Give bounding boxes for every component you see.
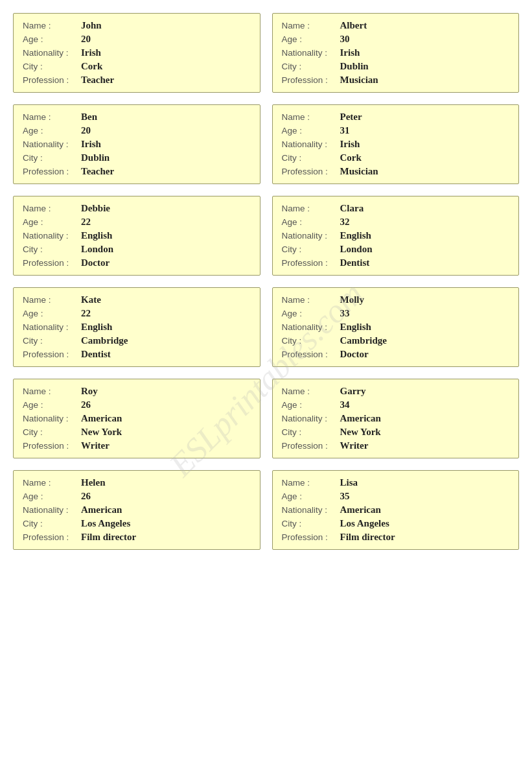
card-row-profession: Profession :Dentist (23, 349, 251, 360)
card-row-nationality: Nationality :Irish (23, 47, 251, 58)
label-age: Age : (23, 400, 81, 410)
value-name: Ben (81, 112, 97, 123)
card-row-nationality: Nationality :American (23, 504, 251, 515)
label-nationality: Nationality : (282, 48, 340, 58)
value-profession: Dentist (81, 349, 111, 360)
label-name: Name : (23, 204, 81, 213)
label-city: City : (23, 244, 81, 254)
card-row-age: Age :22 (23, 217, 251, 228)
profile-card: Name :BenAge :20Nationality :IrishCity :… (13, 104, 260, 184)
value-profession: Writer (81, 440, 110, 451)
card-row-name: Name :Roy (23, 386, 251, 397)
value-nationality: American (340, 413, 381, 424)
label-name: Name : (23, 21, 81, 30)
card-row-name: Name :Lisa (282, 477, 510, 488)
label-nationality: Nationality : (23, 322, 81, 332)
label-nationality: Nationality : (282, 231, 340, 241)
card-row-city: City :New York (23, 427, 251, 438)
profile-card: Name :MollyAge :33Nationality :EnglishCi… (272, 287, 520, 367)
card-row-nationality: Nationality :American (282, 504, 510, 515)
value-age: 26 (81, 491, 91, 502)
card-row-profession: Profession :Writer (23, 440, 251, 451)
label-nationality: Nationality : (282, 505, 340, 515)
label-name: Name : (23, 295, 81, 305)
card-row-age: Age :33 (282, 308, 510, 319)
card-row-profession: Profession :Doctor (23, 257, 251, 268)
label-name: Name : (282, 204, 340, 213)
value-profession: Film director (340, 532, 395, 543)
value-nationality: American (81, 504, 122, 515)
label-city: City : (23, 519, 81, 528)
profile-card: Name :RoyAge :26Nationality :AmericanCit… (13, 379, 260, 458)
card-row-name: Name :Helen (23, 477, 251, 488)
value-name: Albert (340, 20, 367, 31)
value-city: Dublin (81, 152, 110, 163)
label-age: Age : (282, 492, 340, 501)
value-profession: Musician (340, 75, 378, 86)
label-nationality: Nationality : (282, 414, 340, 423)
label-nationality: Nationality : (23, 139, 81, 149)
value-age: 20 (81, 34, 91, 45)
profile-card: Name :DebbieAge :22Nationality :EnglishC… (13, 196, 260, 276)
card-row-age: Age :31 (282, 125, 510, 136)
card-row-age: Age :22 (23, 308, 251, 319)
label-nationality: Nationality : (282, 139, 340, 149)
label-age: Age : (282, 309, 340, 318)
label-nationality: Nationality : (23, 414, 81, 423)
label-city: City : (23, 62, 81, 71)
value-nationality: American (340, 504, 381, 515)
label-city: City : (23, 153, 81, 163)
card-row-name: Name :Molly (282, 294, 510, 305)
profile-card: Name :AlbertAge :30Nationality :IrishCit… (272, 13, 520, 93)
value-nationality: English (340, 322, 371, 333)
card-row-nationality: Nationality :Irish (282, 139, 510, 150)
label-age: Age : (23, 309, 81, 318)
card-row-profession: Profession :Teacher (23, 166, 251, 177)
card-row-profession: Profession :Writer (282, 440, 510, 451)
card-row-city: City :Los Angeles (282, 518, 510, 529)
card-row-name: Name :John (23, 20, 251, 31)
label-profession: Profession : (282, 258, 340, 268)
value-name: Debbie (81, 203, 110, 214)
profile-card: Name :ClaraAge :32Nationality :EnglishCi… (272, 196, 520, 276)
card-row-nationality: Nationality :Irish (23, 139, 251, 150)
card-row-profession: Profession :Film director (282, 532, 510, 543)
value-name: Clara (340, 203, 364, 214)
label-age: Age : (282, 126, 340, 136)
label-age: Age : (23, 126, 81, 136)
label-profession: Profession : (23, 167, 81, 176)
label-name: Name : (282, 112, 340, 122)
card-row-age: Age :30 (282, 34, 510, 45)
card-row-city: City :London (282, 244, 510, 255)
value-nationality: English (81, 322, 112, 333)
profile-card: Name :LisaAge :35Nationality :AmericanCi… (272, 470, 520, 550)
value-age: 32 (340, 217, 350, 228)
card-row-city: City :Dublin (23, 152, 251, 163)
card-row-city: City :New York (282, 427, 510, 438)
label-name: Name : (282, 478, 340, 488)
label-profession: Profession : (282, 75, 340, 85)
value-nationality: Irish (340, 139, 360, 150)
card-row-age: Age :34 (282, 399, 510, 410)
card-row-profession: Profession :Teacher (23, 75, 251, 86)
label-city: City : (282, 244, 340, 254)
value-age: 22 (81, 308, 91, 319)
card-row-profession: Profession :Doctor (282, 349, 510, 360)
value-age: 26 (81, 399, 91, 410)
label-profession: Profession : (23, 441, 81, 451)
label-city: City : (282, 427, 340, 437)
value-name: Molly (340, 294, 365, 305)
value-profession: Doctor (81, 257, 110, 268)
card-row-city: City :Cambridge (23, 335, 251, 346)
value-name: Garry (340, 386, 366, 397)
label-age: Age : (282, 217, 340, 227)
value-nationality: English (340, 230, 371, 241)
card-row-profession: Profession :Film director (23, 532, 251, 543)
label-profession: Profession : (282, 441, 340, 451)
card-row-age: Age :26 (23, 399, 251, 410)
value-age: 33 (340, 308, 350, 319)
profile-card: Name :HelenAge :26Nationality :AmericanC… (13, 470, 260, 550)
cards-grid: Name :JohnAge :20Nationality :IrishCity … (13, 13, 519, 550)
value-name: John (81, 20, 102, 31)
value-profession: Musician (340, 166, 378, 177)
